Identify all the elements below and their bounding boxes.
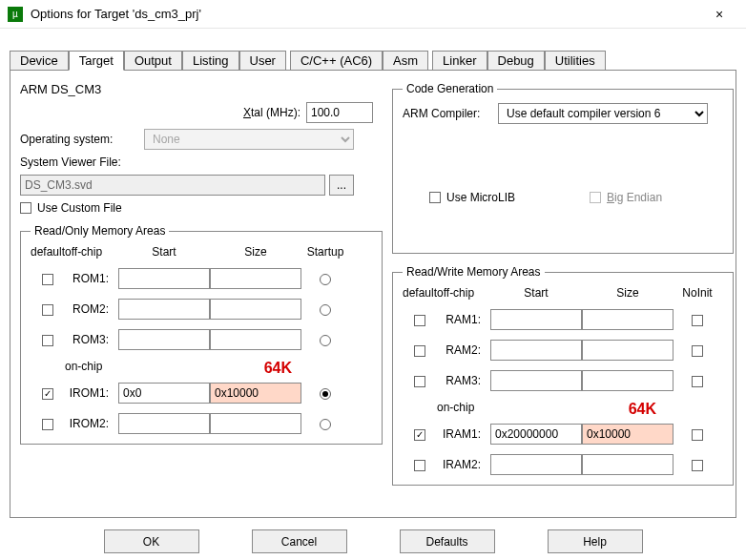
rom2-default-checkbox[interactable] — [42, 304, 53, 316]
ram-hdr-offchip: off-chip — [437, 286, 490, 300]
iram2-start-input[interactable] — [490, 454, 582, 475]
use-custom-file-checkbox[interactable] — [20, 202, 31, 214]
rom2-size-input[interactable] — [210, 299, 301, 320]
rom3-startup-radio[interactable] — [320, 335, 331, 346]
rom2-start-input[interactable] — [118, 299, 210, 320]
svf-browse-button[interactable]: ... — [329, 175, 354, 196]
microlib-checkbox[interactable] — [429, 192, 441, 203]
ram3-label: RAM3: — [437, 374, 487, 387]
ram1-noinit-checkbox[interactable] — [692, 315, 703, 326]
ram1-default-checkbox[interactable] — [414, 315, 425, 326]
ram3-default-checkbox[interactable] — [414, 376, 425, 387]
compiler-select[interactable]: Use default compiler version 6 — [498, 103, 708, 124]
defaults-button[interactable]: Defaults — [400, 529, 495, 553]
irom1-start-input[interactable] — [118, 383, 210, 404]
tab-device[interactable]: Device — [10, 51, 69, 71]
ram-group: Read/Write Memory Areas 64K default off-… — [392, 265, 734, 486]
title-bar: µ Options for Target 'ds_cm3_prj' × — [0, 0, 746, 29]
tab-strip: Device Target Output Listing User C/C++ … — [0, 29, 746, 70]
ram-hdr-noinit: NoInit — [673, 286, 721, 300]
iram1-size-input[interactable] — [582, 424, 673, 445]
ram2-label: RAM2: — [437, 343, 487, 357]
iram1-start-input[interactable] — [490, 424, 582, 445]
iram1-label: IRAM1: — [437, 427, 487, 441]
bigendian-label: Big Endian — [607, 191, 662, 204]
ram-hdr-size: Size — [582, 286, 673, 300]
codegen-group: Code Generation ARM Compiler: Use defaul… — [392, 82, 734, 254]
os-select: None — [144, 129, 354, 150]
rom1-size-input[interactable] — [210, 268, 301, 289]
tab-target[interactable]: Target — [69, 51, 124, 71]
rom3-label: ROM3: — [65, 333, 114, 346]
iram1-default-checkbox[interactable] — [414, 429, 425, 441]
irom1-startup-radio[interactable] — [320, 388, 331, 400]
iram2-noinit-checkbox[interactable] — [692, 460, 703, 471]
tab-listing[interactable]: Listing — [182, 51, 239, 71]
rom1-label: ROM1: — [65, 272, 114, 285]
rom1-start-input[interactable] — [118, 268, 210, 289]
ram3-noinit-checkbox[interactable] — [692, 376, 703, 387]
tab-asm[interactable]: Asm — [383, 51, 428, 71]
irom2-start-input[interactable] — [118, 413, 210, 434]
rom1-default-checkbox[interactable] — [42, 274, 53, 285]
ram1-label: RAM1: — [437, 313, 487, 326]
ram2-start-input[interactable] — [490, 340, 582, 361]
iram2-size-input[interactable] — [582, 454, 673, 475]
rom-annotation: 64K — [264, 360, 292, 377]
iram1-noinit-checkbox[interactable] — [692, 429, 703, 441]
irom1-default-checkbox[interactable] — [42, 388, 53, 400]
tab-debug[interactable]: Debug — [487, 51, 545, 71]
ram-hdr-default: default — [403, 286, 437, 300]
use-custom-file-label: Use Custom File — [37, 201, 122, 215]
rom2-startup-radio[interactable] — [320, 304, 331, 316]
irom2-label: IROM2: — [65, 417, 114, 430]
ram-annotation: 64K — [629, 401, 656, 418]
rom3-default-checkbox[interactable] — [42, 335, 53, 346]
rom-group: Read/Only Memory Areas 64K default off-c… — [20, 224, 383, 445]
codegen-legend: Code Generation — [403, 82, 497, 95]
tab-utilities[interactable]: Utilities — [545, 51, 606, 71]
ram1-size-input[interactable] — [582, 309, 673, 330]
window-title: Options for Target 'ds_cm3_prj' — [31, 7, 700, 21]
rom-legend: Read/Only Memory Areas — [31, 224, 169, 238]
close-icon[interactable]: × — [700, 7, 738, 22]
svf-input — [20, 175, 325, 196]
tab-page: ARM DS_CM3 Xtal (MHz): Operating system:… — [10, 70, 736, 518]
irom2-startup-radio[interactable] — [320, 419, 331, 430]
rom-hdr-size: Size — [210, 245, 301, 259]
irom1-size-input[interactable] — [210, 383, 301, 404]
xtal-label: Xtal (MHz): — [243, 106, 300, 119]
rom1-startup-radio[interactable] — [320, 274, 331, 285]
help-button[interactable]: Help — [548, 529, 643, 553]
device-name-label: ARM DS_CM3 — [20, 82, 101, 96]
xtal-input[interactable] — [306, 102, 373, 123]
ram-hdr-start: Start — [490, 286, 582, 300]
os-label: Operating system: — [20, 133, 144, 146]
rom-hdr-startup: Startup — [301, 245, 349, 259]
tab-linker[interactable]: Linker — [432, 51, 487, 71]
iram2-default-checkbox[interactable] — [414, 460, 425, 471]
rom3-start-input[interactable] — [118, 329, 210, 350]
ram1-start-input[interactable] — [490, 309, 582, 330]
tab-cpp[interactable]: C/C++ (AC6) — [290, 51, 383, 71]
cancel-button[interactable]: Cancel — [252, 529, 347, 553]
irom2-default-checkbox[interactable] — [42, 419, 53, 430]
ram2-noinit-checkbox[interactable] — [692, 345, 703, 357]
irom2-size-input[interactable] — [210, 413, 301, 434]
rom-hdr-start: Start — [118, 245, 210, 259]
tab-user[interactable]: User — [239, 51, 286, 71]
ram2-default-checkbox[interactable] — [414, 345, 425, 357]
ram-legend: Read/Write Memory Areas — [403, 265, 545, 279]
tab-output[interactable]: Output — [124, 51, 182, 71]
ram3-size-input[interactable] — [582, 370, 673, 391]
ram3-start-input[interactable] — [490, 370, 582, 391]
rom3-size-input[interactable] — [210, 329, 301, 350]
microlib-label: Use MicroLIB — [446, 191, 561, 204]
rom2-label: ROM2: — [65, 302, 114, 316]
rom-hdr-offchip: off-chip — [65, 245, 118, 259]
compiler-label: ARM Compiler: — [403, 107, 498, 120]
ok-button[interactable]: OK — [104, 529, 199, 553]
bigendian-checkbox — [590, 192, 601, 203]
ram2-size-input[interactable] — [582, 340, 673, 361]
ram-hdr-onchip: on-chip — [437, 401, 490, 414]
